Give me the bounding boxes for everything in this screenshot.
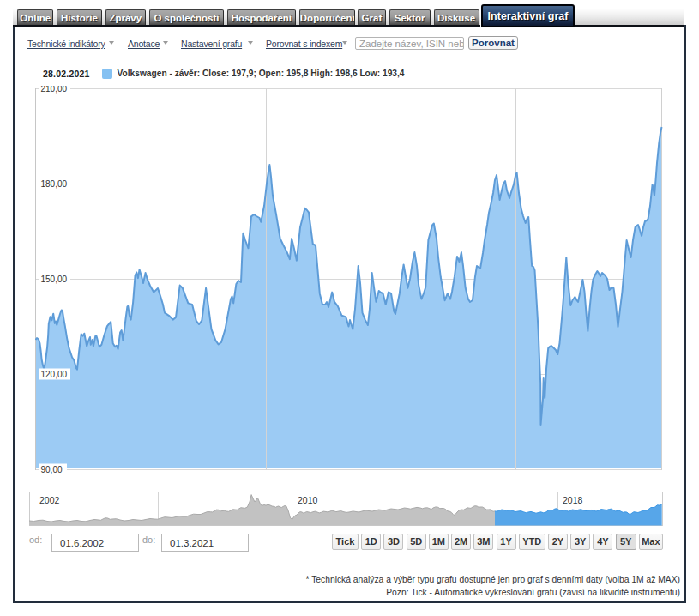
svg-text:120,00: 120,00: [41, 370, 68, 379]
svg-text:150,00: 150,00: [41, 275, 68, 284]
svg-text:180,00: 180,00: [41, 179, 68, 189]
svg-text:90,00: 90,00: [41, 465, 63, 474]
svg-text:2018: 2018: [563, 495, 583, 505]
svg-text:2002: 2002: [39, 495, 60, 505]
svg-text:2010: 2010: [298, 495, 318, 505]
svg-text:210,00: 210,00: [41, 86, 68, 94]
